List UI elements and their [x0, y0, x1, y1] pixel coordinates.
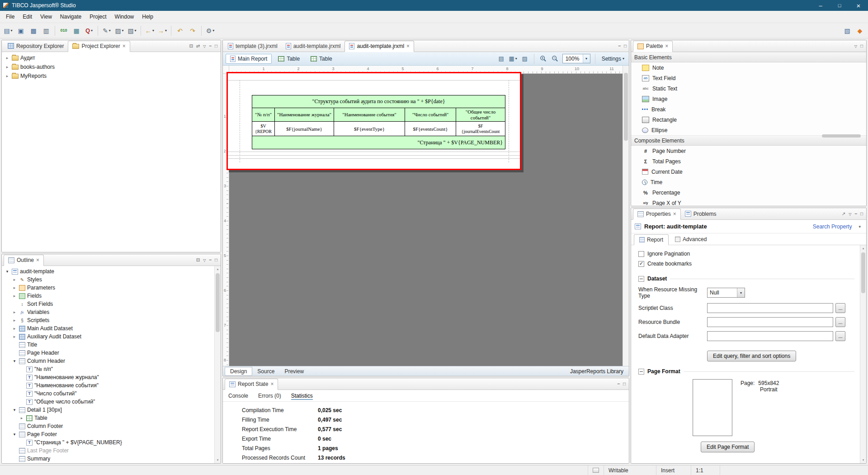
edit-query-button[interactable]: Edit query, filter and sort options — [707, 351, 796, 361]
minimize-view-icon[interactable] — [617, 382, 620, 386]
editor-tab-audit-template-2[interactable]: audit-template.jrxml — [344, 41, 414, 52]
palette-scrollbar-thumb[interactable] — [822, 134, 861, 138]
tab-source[interactable]: Source — [252, 367, 279, 376]
scrollbar-thumb[interactable] — [861, 252, 865, 293]
outline-item-static-text[interactable]: "Общее число событий" — [2, 398, 221, 406]
palette-item-image[interactable]: Image — [631, 94, 866, 104]
compile-report-button[interactable]: 010 — [58, 25, 70, 37]
default-data-adapter-browse-button[interactable]: ... — [835, 331, 845, 341]
tab-advanced[interactable]: Advanced — [670, 234, 712, 245]
palette-item-ellipse[interactable]: Ellipse — [631, 125, 866, 135]
expand-arrow-icon[interactable] — [12, 408, 17, 412]
close-icon[interactable] — [36, 257, 39, 263]
forward-button[interactable]: → — [156, 25, 168, 37]
view-menu-icon[interactable] — [849, 212, 851, 216]
tab-palette[interactable]: Palette — [633, 41, 673, 52]
column-header-cell[interactable]: "Наименование события" — [334, 108, 405, 122]
external-tools-button[interactable]: ⚙ — [204, 25, 216, 37]
tab-report[interactable]: Report — [634, 234, 669, 245]
report-perspective-button[interactable]: ◆ — [854, 25, 866, 37]
maximize-view-icon[interactable] — [215, 258, 217, 262]
undo-button[interactable]: ↶ — [174, 25, 186, 37]
data-adapter-button[interactable]: Q — [83, 25, 95, 37]
properties-scrollbar[interactable] — [860, 245, 866, 463]
tab-problems[interactable]: Problems — [681, 208, 721, 219]
outline-item-static-text[interactable]: "Наименование события" — [2, 381, 221, 390]
outline-scrollbar[interactable] — [214, 266, 221, 463]
outline-item-styles[interactable]: Styles — [2, 276, 221, 284]
scriptlet-class-input[interactable] — [707, 303, 833, 313]
outline-item-table[interactable]: Table — [2, 414, 221, 422]
outline-item-parameters[interactable]: Parameters — [2, 284, 221, 292]
expand-arrow-icon[interactable] — [5, 56, 10, 60]
outline-item-fields[interactable]: Fields — [2, 292, 221, 300]
tab-console[interactable]: Console — [228, 393, 248, 399]
menu-view[interactable]: View — [36, 12, 56, 22]
palette-item-percentage[interactable]: Percentage — [631, 187, 866, 198]
expand-arrow-icon[interactable] — [5, 74, 10, 78]
palette-item-rectangle[interactable]: Rectangle — [631, 114, 866, 125]
project-item[interactable]: MyReports — [2, 71, 221, 81]
report-title-cell[interactable]: "Структура событий аудита по состоянию н… — [252, 95, 505, 108]
chevron-down-icon[interactable] — [859, 224, 861, 229]
outline-item-page-footer[interactable]: Page Footer — [2, 430, 221, 438]
palette-item-note[interactable]: Note — [631, 62, 866, 73]
scrollbar-thumb[interactable] — [624, 73, 628, 141]
menu-edit[interactable]: Edit — [19, 12, 36, 22]
maximize-view-icon[interactable] — [860, 44, 863, 48]
outline-item-last-page-footer[interactable]: Last Page Footer — [2, 446, 221, 455]
view-menu-icon[interactable] — [203, 258, 206, 262]
page-footer-cell[interactable]: "Страница " + $V{PAGE_NUMBER} — [252, 136, 505, 149]
detail-field-cell[interactable]: $F {journalEventsCount — [456, 122, 505, 136]
view-menu-icon[interactable] — [203, 44, 206, 48]
outline-item-summary[interactable]: Summary — [2, 455, 221, 463]
outline-item-column-footer[interactable]: Column Footer — [2, 422, 221, 430]
scroll-up-icon[interactable] — [215, 266, 221, 272]
tab-project-explorer[interactable]: Project Explorer — [68, 41, 130, 52]
back-button[interactable]: ← — [144, 25, 156, 37]
resource-bundle-input[interactable] — [707, 317, 833, 327]
tab-repository-explorer[interactable]: Repository Explorer — [4, 40, 68, 52]
tab-errors[interactable]: Errors (0) — [258, 393, 281, 399]
combo-dropdown-icon[interactable] — [583, 54, 590, 63]
outline-item-variables[interactable]: Variables — [2, 308, 221, 316]
expand-arrow-icon[interactable] — [12, 432, 17, 437]
maximize-button[interactable] — [830, 0, 849, 11]
report-table[interactable]: "Структура событий аудита по состоянию н… — [252, 95, 505, 149]
project-item[interactable]: Аудит — [2, 53, 221, 62]
close-icon[interactable] — [270, 381, 274, 387]
expand-arrow-icon[interactable] — [12, 318, 17, 323]
search-property-input[interactable]: Search Property — [813, 223, 852, 230]
expand-arrow-icon[interactable] — [12, 334, 17, 339]
detail-field-cell[interactable]: $F{eventType} — [334, 122, 405, 136]
expand-arrow-icon[interactable] — [5, 65, 10, 69]
expand-arrow-icon[interactable] — [19, 416, 24, 420]
outline-item-scriptlets[interactable]: Scriptlets — [2, 316, 221, 324]
edit-style-button[interactable]: ✎ — [101, 25, 113, 37]
maximize-view-icon[interactable] — [623, 382, 626, 386]
zoom-level-combo[interactable]: 100% — [562, 54, 590, 63]
maximize-view-icon[interactable] — [860, 212, 863, 216]
palette-item-break[interactable]: Break — [631, 104, 866, 114]
palette-item-total-pages[interactable]: Total Pages — [631, 156, 866, 166]
detail-field-cell[interactable]: $F{eventsCount} — [405, 122, 456, 136]
expand-arrow-icon[interactable] — [12, 359, 17, 363]
maximize-view-icon[interactable] — [624, 44, 627, 48]
column-header-cell[interactable]: "Наименование журнала" — [275, 108, 334, 122]
design-canvas[interactable]: 1 2 3 4 5 6 7 8 9 10 11 1 2 3 4 — [223, 66, 629, 366]
default-data-adapter-input[interactable] — [707, 331, 833, 341]
view-options-button[interactable]: ▦ — [509, 54, 518, 63]
edit-page-format-button[interactable]: Edit Page Format — [701, 442, 755, 452]
outline-item-aux-dataset[interactable]: Auxiliary Audit Dataset — [2, 332, 221, 341]
tab-preview[interactable]: Preview — [279, 367, 309, 376]
link-editor-icon[interactable] — [196, 44, 200, 48]
outline-item-static-text[interactable]: "Число событий" — [2, 390, 221, 398]
tab-outline[interactable]: Outline — [4, 255, 44, 266]
tab-properties[interactable]: Properties — [633, 209, 681, 220]
project-item[interactable]: books-authors — [2, 62, 221, 71]
zoom-in-button[interactable] — [539, 54, 548, 63]
outline-item-page-header[interactable]: Page Header — [2, 349, 221, 357]
scriptlet-class-browse-button[interactable]: ... — [835, 303, 845, 313]
redo-button[interactable]: ↷ — [187, 25, 198, 37]
save-all-button[interactable]: ▩ — [28, 25, 39, 37]
